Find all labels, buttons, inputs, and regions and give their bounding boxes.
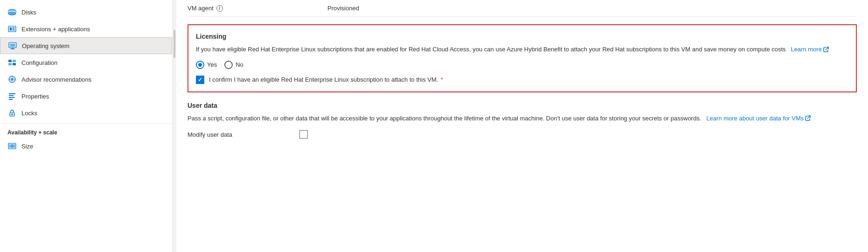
radio-yes[interactable]: Yes [196,61,217,69]
sidebar-item-size-label: Size [21,143,33,150]
advisor-icon [7,75,17,84]
sidebar-item-configuration[interactable]: Configuration [0,54,172,71]
svg-rect-7 [10,44,15,47]
vm-agent-row: VM agent i Provisioned [187,0,857,17]
user-data-desc-text: Pass a script, configuration file, or ot… [187,115,701,122]
sidebar-item-properties[interactable]: Properties [0,88,172,105]
svg-rect-11 [13,60,16,62]
svg-rect-3 [10,28,12,30]
radio-no-label: No [236,61,243,68]
svg-point-1 [8,12,16,15]
main-content: VM agent i Provisioned Licensing If you … [176,0,868,252]
radio-yes-circle[interactable] [196,61,204,69]
os-icon [8,41,17,50]
licensing-checkbox-label: I confirm I have an eligible Red Hat Ent… [209,76,443,83]
svg-rect-2 [8,26,16,32]
vm-agent-value: Provisioned [327,5,359,12]
checkbox-label-text: I confirm I have an eligible Red Hat Ent… [209,76,438,83]
availability-scale-header: Availability + scale [0,123,172,138]
sidebar-item-locks-label: Locks [21,110,37,117]
svg-rect-12 [8,63,12,65]
vm-agent-text: VM agent [187,5,214,12]
required-star: * [441,76,443,83]
user-data-description: Pass a script, configuration file, or ot… [187,114,857,123]
svg-rect-10 [8,60,12,62]
external-link-icon [823,47,829,52]
sidebar-item-disks[interactable]: Disks [0,4,172,21]
svg-rect-5 [13,29,14,30]
radio-yes-label: Yes [207,61,217,68]
extensions-icon [7,24,17,34]
sidebar-item-os-label: Operating system [22,42,69,49]
modify-user-data-label: Modify user data [187,131,262,138]
user-data-external-link-icon [805,115,811,121]
svg-rect-9 [10,49,15,49]
sidebar-item-advisor-label: Advisor recommendations [21,76,91,83]
properties-icon [7,91,17,101]
size-icon [7,141,17,151]
user-data-title: User data [187,102,857,109]
licensing-checkbox-row[interactable]: ✓ I confirm I have an eligible Red Hat E… [196,76,848,84]
sidebar-item-extensions[interactable]: Extensions + applications [0,21,172,37]
sidebar: Disks Extensions + applications Operatin… [0,0,173,252]
svg-rect-13 [13,63,16,65]
checkbox-checkmark: ✓ [198,77,202,83]
sidebar-item-disks-label: Disks [21,9,36,16]
svg-rect-4 [13,28,14,28]
licensing-description: If you have eligible Red Hat Enterprise … [196,45,848,54]
svg-rect-8 [11,48,14,49]
user-data-learn-more-link[interactable]: Learn more about user data for VMs [706,114,811,123]
radio-no-circle[interactable] [224,61,233,69]
sidebar-item-configuration-label: Configuration [21,59,57,66]
sidebar-item-extensions-label: Extensions + applications [21,26,90,33]
radio-no[interactable]: No [224,61,243,69]
licensing-title: Licensing [196,33,848,40]
svg-point-15 [11,78,14,81]
svg-point-25 [12,114,13,115]
disks-icon [7,7,17,17]
sidebar-item-size[interactable]: Size [0,138,172,154]
sidebar-item-properties-label: Properties [21,93,49,100]
licensing-learn-more-link[interactable]: Learn more [791,45,828,54]
licensing-radio-group: Yes No [196,61,848,69]
vm-agent-label: VM agent i [187,5,327,12]
licensing-learn-more-text: Learn more [791,45,821,54]
modify-user-data-row: Modify user data [187,130,857,139]
licensing-box: Licensing If you have eligible Red Hat E… [187,24,857,92]
user-data-learn-more-text: Learn more about user data for VMs [706,114,804,123]
modify-user-data-checkbox[interactable] [299,130,308,139]
locks-icon [7,108,17,118]
config-icon [7,58,17,67]
vm-agent-info-icon[interactable]: i [216,5,223,12]
scrollbar[interactable] [174,30,175,58]
sidebar-item-operating-system[interactable]: Operating system [0,37,172,54]
sidebar-divider [173,0,176,252]
licensing-checkbox[interactable]: ✓ [196,76,204,84]
sidebar-item-locks[interactable]: Locks [0,105,172,121]
user-data-section: User data Pass a script, configuration f… [187,102,857,139]
sidebar-item-advisor-recommendations[interactable]: Advisor recommendations [0,71,172,88]
licensing-desc-text: If you have eligible Red Hat Enterprise … [196,46,786,53]
